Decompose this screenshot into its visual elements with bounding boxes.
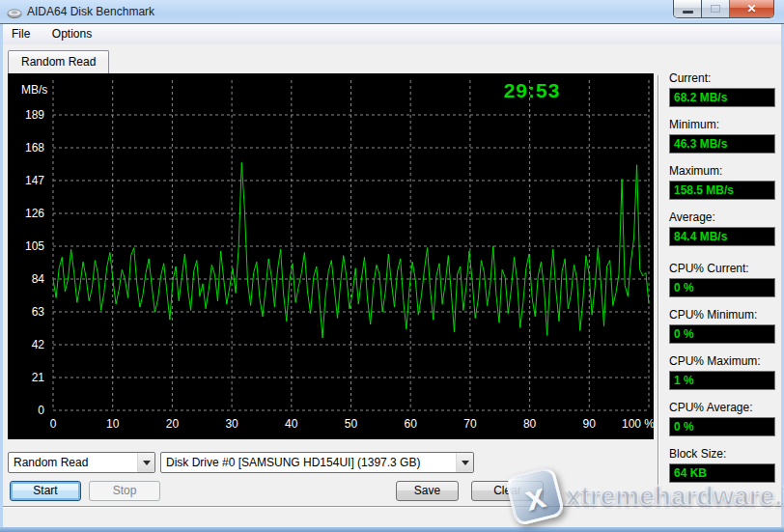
svg-text:60: 60 [405, 417, 418, 431]
menu-file[interactable]: File [3, 24, 39, 44]
stat-cpu-current: CPU% Current: 0 % [669, 262, 775, 297]
svg-text:30: 30 [225, 417, 238, 431]
combo-arrow-button [456, 453, 473, 472]
stat-block-size: Block Size: 64 KB [669, 447, 775, 483]
svg-text:80: 80 [523, 417, 537, 431]
benchmark-chart: 0102030405060708090100 %1891681471261058… [8, 73, 654, 439]
stat-cpu-average: CPU% Average: 0 % [669, 401, 775, 436]
disk-drive-value: Disk Drive #0 [SAMSUNG HD154UI] (1397.3 … [166, 453, 454, 472]
stat-minimum: Minimum: 46.3 MB/s [669, 118, 775, 154]
app-window: AIDA64 Disk Benchmark ✕ File Options Ran… [0, 0, 784, 532]
tab-random-read[interactable]: Random Read [8, 50, 109, 73]
svg-text:147: 147 [25, 174, 44, 187]
menu-bar: File Options [3, 24, 781, 44]
minimize-button[interactable] [674, 0, 702, 17]
svg-text:189: 189 [25, 108, 44, 122]
stat-maximum: Maximum: 158.5 MB/s [669, 164, 775, 200]
elapsed-timer: 29:53 [469, 79, 595, 102]
stat-cpu-maximum: CPU% Maximum: 1 % [669, 354, 775, 390]
stat-value: 0 % [669, 417, 775, 436]
stat-value: 0 % [669, 278, 775, 297]
clear-button[interactable]: Clear [471, 481, 544, 501]
svg-text:21: 21 [32, 371, 45, 384]
status-bar [3, 506, 781, 527]
stat-label: CPU% Current: [669, 262, 775, 278]
panel-separator [658, 75, 659, 500]
svg-text:10: 10 [106, 417, 120, 431]
stat-label: CPU% Maximum: [669, 354, 775, 371]
stop-button[interactable]: Stop [89, 481, 160, 501]
hard-disk-icon [7, 6, 22, 23]
svg-text:50: 50 [345, 417, 358, 431]
stat-cpu-minimum: CPU% Minimum: 0 % [669, 308, 775, 344]
start-button[interactable]: Start [10, 481, 81, 501]
svg-text:0: 0 [38, 404, 44, 417]
svg-text:105: 105 [25, 239, 44, 253]
svg-text:70: 70 [463, 417, 477, 431]
disk-drive-select[interactable]: Disk Drive #0 [SAMSUNG HD154UI] (1397.3 … [160, 452, 474, 473]
stat-value: 1 % [669, 371, 775, 390]
stat-label: Minimum: [669, 118, 775, 134]
stat-label: Block Size: [669, 447, 775, 463]
maximize-icon [711, 5, 720, 13]
title-bar: AIDA64 Disk Benchmark ✕ [0, 0, 784, 24]
svg-text:100 %: 100 % [622, 417, 654, 431]
svg-text:90: 90 [583, 417, 597, 431]
stat-value: 64 KB [669, 463, 775, 483]
window-title: AIDA64 Disk Benchmark [27, 0, 154, 24]
benchmark-type-value: Random Read [14, 453, 135, 472]
svg-text:63: 63 [32, 305, 45, 319]
stat-average: Average: 84.4 MB/s [669, 210, 775, 246]
stat-value: 46.3 MB/s [669, 134, 775, 154]
close-button[interactable]: ✕ [730, 0, 773, 17]
stat-label: Maximum: [669, 164, 775, 181]
stat-value: 158.5 MB/s [669, 181, 775, 200]
svg-text:126: 126 [25, 207, 44, 220]
save-button[interactable]: Save [396, 481, 459, 501]
minimize-icon [683, 11, 693, 14]
svg-text:40: 40 [285, 417, 298, 431]
svg-text:168: 168 [25, 141, 44, 154]
stat-value: 84.4 MB/s [669, 227, 775, 246]
svg-text:42: 42 [32, 338, 45, 351]
menu-options[interactable]: Options [43, 24, 100, 44]
stat-current: Current: 68.2 MB/s [669, 71, 775, 107]
maximize-button [702, 0, 730, 17]
svg-text:MB/s: MB/s [21, 83, 47, 97]
chart-plot: 0102030405060708090100 %1891681471261058… [8, 73, 654, 439]
stat-label: CPU% Average: [669, 401, 775, 417]
caption-buttons: ✕ [673, 0, 774, 18]
chevron-down-icon [462, 461, 469, 465]
svg-text:0: 0 [50, 417, 57, 431]
svg-text:84: 84 [32, 272, 45, 286]
stat-label: CPU% Minimum: [669, 308, 775, 324]
stat-label: Current: [669, 71, 775, 88]
stat-value: 68.2 MB/s [669, 88, 775, 107]
stat-value: 0 % [669, 324, 775, 344]
svg-text:20: 20 [166, 417, 180, 431]
close-icon: ✕ [730, 0, 773, 17]
benchmark-type-select[interactable]: Random Read [8, 452, 155, 473]
stat-label: Average: [669, 210, 775, 227]
window-border-bottom [0, 527, 784, 532]
chevron-down-icon [143, 461, 151, 465]
combo-arrow-button [137, 453, 154, 472]
window-border-left [0, 24, 3, 527]
